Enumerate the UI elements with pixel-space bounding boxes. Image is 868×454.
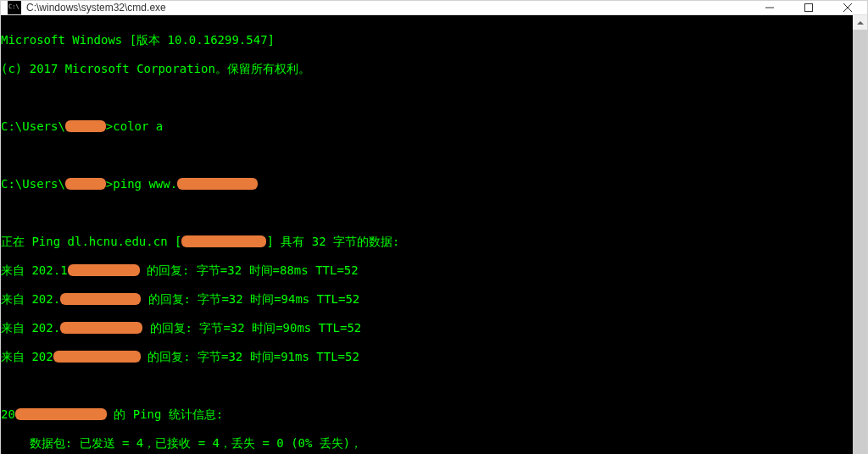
text: 的 Ping 统计信息: [107,407,223,421]
blank-line [1,91,853,105]
blank-line [1,148,853,163]
redaction [15,408,107,420]
scroll-track[interactable] [853,30,867,454]
text: >ping www. [106,177,177,191]
redaction [53,351,141,363]
text: 来自 202.1 [1,263,68,277]
svg-marker-4 [857,21,864,25]
output-line: 来自 202. 的回复: 字节=32 时间=90ms TTL=52 [1,321,853,335]
cmd-icon [8,1,21,14]
vertical-scrollbar[interactable] [853,15,867,454]
text: 来自 202. [1,321,60,335]
redaction [177,178,258,190]
text: Microsoft Windows [版本 10.0.16299.547] [1,33,275,47]
output-line: 20 的 Ping 统计信息: [1,407,853,422]
redaction [65,178,106,190]
text: ] 具有 32 字节的数据: [266,235,399,248]
text: >color a [106,119,163,133]
svg-rect-1 [805,4,813,12]
output-line: (c) 2017 Microsoft Corporation。保留所有权利。 [1,62,853,76]
redaction [68,264,140,276]
scroll-up-button[interactable] [853,15,867,30]
output-line: 正在 Ping dl.hcnu.edu.cn [] 具有 32 字节的数据: [1,235,853,249]
window-title: C:\windows\system32\cmd.exe [26,2,750,14]
output-line: 来自 202.1 的回复: 字节=32 时间=88ms TTL=52 [1,263,853,278]
scroll-thumb[interactable] [853,30,867,454]
prompt-line: C:\Users\>ping www. [1,177,853,191]
text: 来自 202. [1,292,60,306]
prompt-line: C:\Users\>color a [1,119,853,134]
text: 正在 Ping dl.hcnu.edu.cn [ [1,235,181,248]
console-output[interactable]: Microsoft Windows [版本 10.0.16299.547] (c… [1,15,853,454]
close-icon [843,3,852,12]
redaction [60,293,141,305]
text: 的回复: 字节=32 时间=91ms TTL=52 [141,350,359,363]
redaction [60,322,142,334]
text: 的回复: 字节=32 时间=94ms TTL=52 [141,292,359,306]
output-line: 来自 202. 的回复: 字节=32 时间=94ms TTL=52 [1,292,853,307]
text: C:\Users\ [1,119,65,133]
close-button[interactable] [828,1,867,14]
text: 的回复: 字节=32 时间=90ms TTL=52 [142,321,361,335]
chevron-up-icon [857,21,864,25]
text: 20 [1,407,15,421]
text: C:\Users\ [1,177,65,191]
minimize-icon [765,3,774,12]
text: (c) 2017 Microsoft Corporation。保留所有权利。 [1,62,310,75]
text: 来自 202 [1,350,53,363]
console-area: Microsoft Windows [版本 10.0.16299.547] (c… [1,15,867,454]
redaction [65,120,106,132]
window-controls [750,1,867,14]
cmd-window: C:\windows\system32\cmd.exe Microsoft Wi… [0,0,868,454]
redaction [181,235,266,247]
maximize-button[interactable] [789,1,828,14]
output-line: Microsoft Windows [版本 10.0.16299.547] [1,33,853,47]
maximize-icon [804,3,813,12]
blank-line [1,206,853,220]
minimize-button[interactable] [750,1,789,14]
output-line: 来自 202 的回复: 字节=32 时间=91ms TTL=52 [1,350,853,364]
titlebar[interactable]: C:\windows\system32\cmd.exe [1,1,867,15]
text: 数据包: 已发送 = 4，已接收 = 4，丢失 = 0 (0% 丢失)， [1,436,362,450]
output-line: 数据包: 已发送 = 4，已接收 = 4，丢失 = 0 (0% 丢失)， [1,436,853,451]
blank-line [1,379,853,393]
text: 的回复: 字节=32 时间=88ms TTL=52 [140,263,359,277]
